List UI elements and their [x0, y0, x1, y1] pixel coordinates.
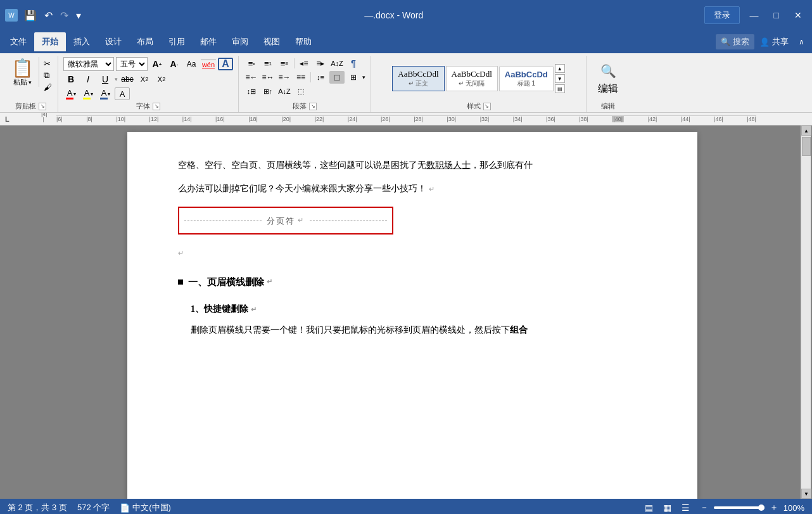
zoom-out-button[interactable]: － [697, 501, 711, 514]
styles-expand-button[interactable]: ↘ [483, 103, 491, 110]
shading-button[interactable]: □ [329, 71, 345, 84]
scrollbar-thumb[interactable] [802, 137, 811, 156]
font-a-button[interactable]: A [218, 58, 233, 70]
minimize-button[interactable]: — [745, 8, 764, 23]
share-button[interactable]: 👤 共享 [759, 36, 789, 48]
superscript-button[interactable]: X2 [154, 73, 169, 86]
edit-button[interactable]: 🔍 编辑 [592, 57, 625, 98]
clipboard-group-content: 📋 粘贴 ▾ ✂ ⧉ 🖌 [6, 57, 55, 100]
style-normal[interactable]: AaBbCcDdl ↵ 正文 [392, 66, 444, 91]
para-btn3c[interactable]: A↓Z [277, 85, 292, 98]
strikethrough-button[interactable]: abc [120, 73, 135, 86]
borders-button[interactable]: ⊞ [346, 71, 361, 84]
tab-mailings[interactable]: 邮件 [193, 32, 224, 51]
clipboard-small-buttons: ✂ ⧉ 🖌 [41, 57, 55, 94]
status-bar: 第 2 页，共 3 页 572 个字 📄 中文(中国) ▤ ▦ ☰ － ＋ 10… [0, 499, 812, 514]
styles-scroll-down[interactable]: ▼ [555, 74, 565, 83]
multilevel-list-button[interactable]: ≡≡ [277, 57, 292, 70]
login-button[interactable]: 登录 [704, 6, 740, 24]
document-page[interactable]: 空格、空行、空白页、页眉横线等，这些问题可以说是困扰了无数职场人士，那么到底有什… [127, 132, 697, 499]
para-btn3a[interactable]: ↕⊞ [244, 85, 259, 98]
clipboard-label: 剪贴板 ↘ [15, 101, 46, 111]
para-row1: ≡• ≡1 ≡≡ ◂≡ ≡▸ A↕Z ¶ [244, 57, 365, 70]
tab-file[interactable]: 文件 [3, 32, 34, 51]
decrease-indent-button[interactable]: ◂≡ [296, 57, 312, 70]
clipboard-expand-button[interactable]: ↘ [39, 103, 46, 110]
redo-button[interactable]: ↷ [58, 8, 71, 23]
font-expand-button[interactable]: ↘ [153, 103, 160, 110]
align-right-button[interactable]: ≡→ [277, 71, 292, 84]
page-info: 第 2 页，共 3 页 [8, 502, 67, 513]
close-button[interactable]: ✕ [789, 8, 807, 23]
style-no-spacing[interactable]: AaBbCcDdl ↵ 无间隔 [446, 66, 498, 91]
view-read-button[interactable]: ☰ [679, 501, 692, 514]
tab-home[interactable]: 开始 [34, 32, 66, 51]
undo-button[interactable]: ↶ [42, 8, 55, 23]
tab-design[interactable]: 设计 [98, 32, 129, 51]
cut-button[interactable]: ✂ [42, 58, 54, 69]
styles-expand[interactable]: ▤ [555, 84, 565, 93]
font-effect-button[interactable]: A [115, 87, 130, 100]
font-shrink-button[interactable]: A- [167, 58, 182, 70]
align-left-button[interactable]: ≡← [244, 71, 259, 84]
scroll-up-button[interactable]: ▲ [801, 125, 811, 136]
tab-help[interactable]: 帮助 [288, 32, 319, 51]
view-print-button[interactable]: ▤ [642, 501, 656, 514]
font-shading-button[interactable]: A ▾ [98, 87, 113, 100]
font-color-button[interactable]: A ▾ [63, 87, 79, 100]
tab-insert[interactable]: 插入 [66, 32, 98, 51]
bold-button[interactable]: B [63, 73, 79, 86]
sort-button[interactable]: A↕Z [329, 57, 345, 70]
italic-button[interactable]: I [80, 73, 96, 86]
font-family-select[interactable]: 微软雅黑 [63, 57, 114, 71]
bullets-button[interactable]: ≡• [244, 57, 259, 70]
page-break-indicator[interactable]: 分页符 ↵ [178, 207, 393, 235]
style-heading1[interactable]: AaBbCcDd 标题 1 [499, 67, 554, 91]
empty-para-mark: ↵ [178, 249, 184, 257]
increase-indent-button[interactable]: ≡▸ [313, 57, 328, 70]
zoom-in-button[interactable]: ＋ [767, 501, 781, 514]
font-label: 字体 ↘ [136, 101, 160, 111]
tab-view[interactable]: 视图 [256, 32, 288, 51]
styles-scroll: ▲ ▼ ▤ [555, 64, 565, 93]
font-size-select[interactable]: 五号 [116, 57, 148, 71]
clear-format-button[interactable]: wén [201, 58, 216, 70]
underline-button[interactable]: U [98, 73, 113, 86]
tab-references[interactable]: 引用 [161, 32, 193, 51]
quick-access-toolbar: 💾 ↶ ↷ ▾ [22, 8, 84, 23]
subscript-button[interactable]: X2 [137, 73, 152, 86]
justify-button[interactable]: ≡≡ [293, 71, 308, 84]
para2-mark: ↵ [429, 185, 435, 193]
align-center-button[interactable]: ≡↔ [260, 71, 276, 84]
ribbon-collapse-button[interactable]: ∧ [794, 35, 809, 49]
language-indicator: 📄 中文(中国) [120, 502, 171, 513]
para1-text1: 空格、空行、空白页、页眉横线等，这些问题可以说是困扰了无 [178, 160, 426, 170]
format-painter-button[interactable]: 🖌 [42, 82, 54, 93]
paste-label: 粘贴 [13, 77, 27, 87]
show-marks-button[interactable]: ¶ [346, 57, 361, 70]
view-web-button[interactable]: ▦ [661, 501, 674, 514]
styles-scroll-up[interactable]: ▲ [555, 64, 565, 73]
zoom-slider[interactable] [714, 506, 764, 509]
para-btn3b[interactable]: ⊞↑ [260, 85, 276, 98]
save-button[interactable]: 💾 [22, 8, 39, 23]
change-case-button[interactable]: Aa [184, 58, 199, 70]
tab-layout[interactable]: 布局 [129, 32, 161, 51]
edit-label: 编辑 [598, 82, 618, 96]
numbering-button[interactable]: ≡1 [260, 57, 276, 70]
restore-button[interactable]: □ [769, 8, 784, 23]
copy-button[interactable]: ⧉ [42, 70, 54, 81]
font-color-dropdown[interactable]: ▾ [73, 91, 76, 97]
scroll-down-button[interactable]: ▼ [801, 489, 811, 499]
paragraph-expand-button[interactable]: ↘ [309, 103, 317, 110]
paste-button[interactable]: 📋 粘贴 ▾ [6, 57, 39, 87]
para-btn3d[interactable]: ⬚ [293, 85, 308, 98]
quick-access-dropdown[interactable]: ▾ [73, 8, 84, 23]
paste-dropdown-icon[interactable]: ▾ [29, 79, 32, 86]
tab-review[interactable]: 审阅 [224, 32, 256, 51]
font-grow-button[interactable]: A+ [149, 58, 165, 70]
line-spacing-button[interactable]: ↕≡ [313, 71, 328, 84]
search-box[interactable]: 🔍 搜索 [716, 34, 754, 49]
heading-bullet-icon [178, 279, 183, 285]
highlight-button[interactable]: A ▾ [80, 87, 96, 100]
